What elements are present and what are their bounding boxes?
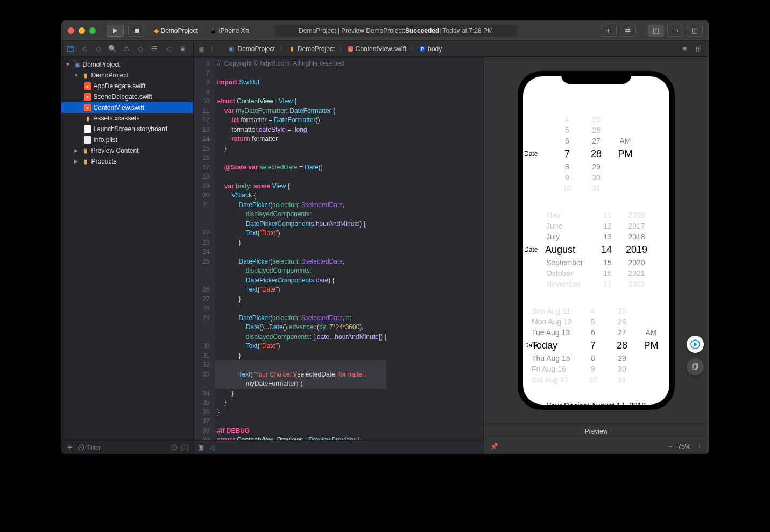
pin-preview-button[interactable]: 📌	[490, 443, 498, 450]
line-number-gutter: 6789101112131415161718192021222324252627…	[194, 57, 215, 440]
folder-icon: ▮	[82, 147, 89, 154]
test-navigator-tab[interactable]: ◇	[135, 43, 146, 55]
device-frame: Date 425526627AM728PM8299301031 Date May…	[518, 71, 675, 410]
tree-file-appdelegate[interactable]: sAppDelegate.swift	[61, 81, 193, 91]
preview-toolbar: 📌 − 75% ＋	[484, 438, 709, 454]
editor-bottom-bar: ▣ ◁	[194, 440, 483, 454]
editor-options-icon[interactable]: ▣	[198, 444, 204, 451]
add-editor-button[interactable]: ⊞	[693, 43, 705, 55]
scheme-device: iPhone Xʀ	[219, 27, 249, 34]
breakpoint-navigator-tab[interactable]: ◁	[163, 43, 174, 55]
tree-file-launchscreen[interactable]: ▢LaunchScreen.storyboard	[61, 124, 193, 134]
traffic-lights	[68, 27, 96, 34]
project-navigator-tab[interactable]	[65, 43, 76, 55]
scheme-app: DemoProject	[161, 27, 198, 34]
project-navigator: ▼▣DemoProject ▼▮DemoProject sAppDelegate…	[61, 57, 194, 454]
live-preview-button[interactable]	[687, 336, 704, 353]
folder-icon: ▮	[82, 72, 89, 79]
canvas-preview: Date 425526627AM728PM8299301031 Date May…	[483, 57, 709, 454]
find-navigator-tab[interactable]: 🔍	[107, 43, 118, 55]
filter-icon: ⊙	[77, 442, 84, 452]
issue-navigator-tab[interactable]: ⚠	[121, 43, 132, 55]
source-editor[interactable]: 6789101112131415161718192021222324252627…	[194, 57, 483, 454]
plist-icon: ▢	[84, 136, 91, 144]
tree-file-assets[interactable]: ▮Assets.xcassets	[61, 113, 193, 124]
folder-icon: ▮	[82, 158, 89, 165]
close-window-button[interactable]	[68, 27, 74, 34]
scheme-selector[interactable]: ◆ DemoProject 〉 📱 iPhone Xʀ	[154, 26, 249, 35]
property-icon: P	[420, 46, 425, 52]
library-button[interactable]: ＋	[601, 25, 617, 37]
forward-button[interactable]: 〉	[217, 44, 223, 53]
tree-folder[interactable]: ▼▮DemoProject	[61, 70, 193, 81]
xcode-window: ◆ DemoProject 〉 📱 iPhone Xʀ DemoProject …	[61, 20, 709, 454]
zoom-in-button[interactable]: ＋	[696, 442, 703, 451]
activity-status: DemoProject | Preview DemoProject: Succe…	[275, 25, 517, 37]
tree-folder-previewcontent[interactable]: ▶▮Preview Content	[61, 145, 193, 156]
toggle-debug-button[interactable]: ▭	[667, 25, 683, 37]
zoom-level: 75%	[677, 443, 690, 450]
titlebar: ◆ DemoProject 〉 📱 iPhone Xʀ DemoProject …	[61, 20, 709, 41]
assets-icon: ▮	[84, 115, 91, 122]
back-button[interactable]: 〈	[207, 44, 214, 53]
project-icon: ▣	[227, 45, 235, 52]
code-content[interactable]: // Copyright © hdjc8.com. All rights res…	[215, 57, 387, 440]
add-file-button[interactable]: ＋	[66, 442, 74, 453]
code-review-button[interactable]: ⇄	[620, 25, 636, 37]
toggle-navigator-button[interactable]: ◫	[648, 25, 664, 37]
navigator-tabs: ⎌ ◇ 🔍 ⚠ ◇ ☰ ◁ ▣	[61, 41, 194, 56]
source-control-navigator-tab[interactable]: ⎌	[79, 43, 90, 55]
preview-title: Preview	[484, 424, 709, 438]
recent-files-filter[interactable]: ⊙	[171, 442, 178, 452]
adjust-editor-options-button[interactable]: ≡	[679, 43, 691, 55]
tree-file-contentview[interactable]: sContentView.swift	[61, 102, 193, 113]
swift-file-icon: s	[348, 46, 353, 52]
tree-project-root[interactable]: ▼▣DemoProject	[61, 59, 193, 70]
tree-file-infoplist[interactable]: ▢Info.plist	[61, 134, 193, 145]
storyboard-icon: ▢	[84, 125, 91, 133]
related-items-icon[interactable]: ▦	[198, 45, 204, 53]
choice-label: Your Choice: August 14, 2019	[523, 401, 669, 405]
symbol-navigator-tab[interactable]: ◇	[93, 43, 104, 55]
swift-file-icon: s	[84, 82, 91, 90]
stop-button[interactable]	[128, 25, 145, 37]
navigator-jump-bar: ⎌ ◇ 🔍 ⚠ ◇ ☰ ◁ ▣ ▦ 〈 〉 ▣ DemoProject 〉 ▮ …	[61, 41, 709, 57]
navigator-filter-bar: ＋ ⊙ ⊙ ▢	[61, 440, 193, 454]
stop-icon	[135, 29, 139, 33]
phone-icon: 📱	[209, 27, 217, 34]
duplicate-preview-button[interactable]	[687, 358, 704, 375]
report-navigator-tab[interactable]: ▣	[176, 43, 188, 55]
time-picker[interactable]: Date 425526627AM728PM8299301031	[523, 114, 669, 194]
minimize-window-button[interactable]	[79, 27, 85, 34]
zoom-out-button[interactable]: −	[668, 443, 672, 450]
toggle-inspector-button[interactable]: ◫	[687, 25, 703, 37]
play-icon	[113, 28, 117, 33]
swift-file-icon: s	[84, 93, 91, 101]
swift-file-icon: s	[84, 104, 91, 111]
date-picker[interactable]: Date May112016June122017July132018August…	[523, 210, 669, 289]
debug-navigator-tab[interactable]: ☰	[149, 43, 160, 55]
breakpoint-toggle[interactable]: ◁	[209, 444, 214, 451]
datetime-picker[interactable]: Date Sun Aug 11425Mon Aug 12526Tue Aug 1…	[523, 306, 669, 385]
navigator-filter-input[interactable]	[88, 444, 167, 451]
folder-icon: ▮	[288, 45, 295, 52]
device-screen[interactable]: Date 425526627AM728PM8299301031 Date May…	[523, 76, 669, 405]
tree-file-scenedelegate[interactable]: sSceneDelegate.swift	[61, 91, 193, 102]
app-icon: ◆	[154, 27, 159, 34]
scm-status-filter[interactable]: ▢	[181, 442, 189, 452]
device-notch	[561, 71, 631, 84]
jump-bar[interactable]: ▣ DemoProject 〉 ▮ DemoProject 〉 s Conten…	[227, 44, 444, 53]
zoom-window-button[interactable]	[89, 27, 96, 34]
run-button[interactable]	[107, 25, 124, 37]
tree-folder-products[interactable]: ▶▮Products	[61, 156, 193, 167]
